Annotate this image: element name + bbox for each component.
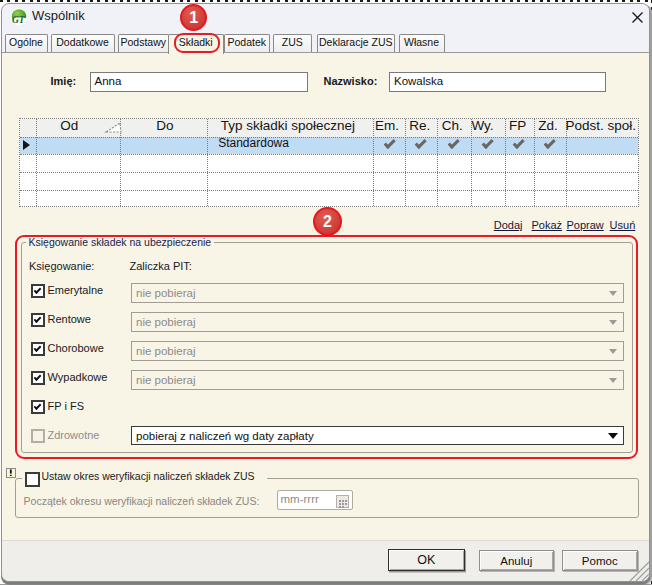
svg-text:GT: GT <box>12 14 26 24</box>
